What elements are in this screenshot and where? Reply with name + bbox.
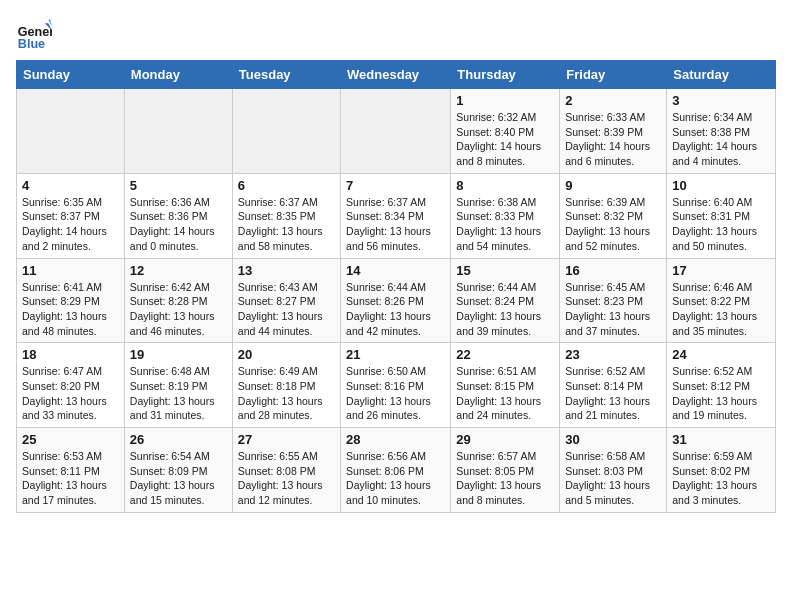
day-info: Sunrise: 6:42 AMSunset: 8:28 PMDaylight:… [130,280,227,339]
day-info: Sunrise: 6:38 AMSunset: 8:33 PMDaylight:… [456,195,554,254]
calendar-cell: 19Sunrise: 6:48 AMSunset: 8:19 PMDayligh… [124,343,232,428]
day-number: 2 [565,93,661,108]
calendar-cell: 31Sunrise: 6:59 AMSunset: 8:02 PMDayligh… [667,428,776,513]
calendar-cell: 26Sunrise: 6:54 AMSunset: 8:09 PMDayligh… [124,428,232,513]
day-number: 24 [672,347,770,362]
day-info: Sunrise: 6:36 AMSunset: 8:36 PMDaylight:… [130,195,227,254]
calendar-cell: 22Sunrise: 6:51 AMSunset: 8:15 PMDayligh… [451,343,560,428]
day-number: 7 [346,178,445,193]
day-number: 23 [565,347,661,362]
day-info: Sunrise: 6:57 AMSunset: 8:05 PMDaylight:… [456,449,554,508]
calendar-cell: 2Sunrise: 6:33 AMSunset: 8:39 PMDaylight… [560,89,667,174]
day-info: Sunrise: 6:44 AMSunset: 8:26 PMDaylight:… [346,280,445,339]
page-header: General Blue [16,16,776,52]
day-info: Sunrise: 6:45 AMSunset: 8:23 PMDaylight:… [565,280,661,339]
calendar-cell: 20Sunrise: 6:49 AMSunset: 8:18 PMDayligh… [232,343,340,428]
dow-header: Thursday [451,61,560,89]
day-number: 29 [456,432,554,447]
day-number: 9 [565,178,661,193]
calendar-cell: 15Sunrise: 6:44 AMSunset: 8:24 PMDayligh… [451,258,560,343]
calendar-cell: 9Sunrise: 6:39 AMSunset: 8:32 PMDaylight… [560,173,667,258]
calendar-cell: 10Sunrise: 6:40 AMSunset: 8:31 PMDayligh… [667,173,776,258]
dow-header: Monday [124,61,232,89]
dow-header: Wednesday [341,61,451,89]
calendar-week-row: 1Sunrise: 6:32 AMSunset: 8:40 PMDaylight… [17,89,776,174]
day-of-week-row: SundayMondayTuesdayWednesdayThursdayFrid… [17,61,776,89]
calendar-cell: 6Sunrise: 6:37 AMSunset: 8:35 PMDaylight… [232,173,340,258]
calendar-cell: 21Sunrise: 6:50 AMSunset: 8:16 PMDayligh… [341,343,451,428]
day-info: Sunrise: 6:34 AMSunset: 8:38 PMDaylight:… [672,110,770,169]
day-number: 3 [672,93,770,108]
day-info: Sunrise: 6:48 AMSunset: 8:19 PMDaylight:… [130,364,227,423]
day-info: Sunrise: 6:43 AMSunset: 8:27 PMDaylight:… [238,280,335,339]
calendar-table: SundayMondayTuesdayWednesdayThursdayFrid… [16,60,776,513]
day-number: 5 [130,178,227,193]
day-info: Sunrise: 6:37 AMSunset: 8:34 PMDaylight:… [346,195,445,254]
day-info: Sunrise: 6:46 AMSunset: 8:22 PMDaylight:… [672,280,770,339]
day-number: 1 [456,93,554,108]
calendar-cell: 28Sunrise: 6:56 AMSunset: 8:06 PMDayligh… [341,428,451,513]
day-number: 25 [22,432,119,447]
day-info: Sunrise: 6:40 AMSunset: 8:31 PMDaylight:… [672,195,770,254]
day-info: Sunrise: 6:59 AMSunset: 8:02 PMDaylight:… [672,449,770,508]
day-number: 20 [238,347,335,362]
day-number: 14 [346,263,445,278]
day-number: 8 [456,178,554,193]
calendar-cell [124,89,232,174]
day-info: Sunrise: 6:37 AMSunset: 8:35 PMDaylight:… [238,195,335,254]
day-info: Sunrise: 6:39 AMSunset: 8:32 PMDaylight:… [565,195,661,254]
calendar-cell: 18Sunrise: 6:47 AMSunset: 8:20 PMDayligh… [17,343,125,428]
day-info: Sunrise: 6:44 AMSunset: 8:24 PMDaylight:… [456,280,554,339]
calendar-cell: 14Sunrise: 6:44 AMSunset: 8:26 PMDayligh… [341,258,451,343]
day-info: Sunrise: 6:50 AMSunset: 8:16 PMDaylight:… [346,364,445,423]
calendar-cell: 1Sunrise: 6:32 AMSunset: 8:40 PMDaylight… [451,89,560,174]
day-info: Sunrise: 6:49 AMSunset: 8:18 PMDaylight:… [238,364,335,423]
day-info: Sunrise: 6:58 AMSunset: 8:03 PMDaylight:… [565,449,661,508]
calendar-cell: 17Sunrise: 6:46 AMSunset: 8:22 PMDayligh… [667,258,776,343]
day-info: Sunrise: 6:32 AMSunset: 8:40 PMDaylight:… [456,110,554,169]
calendar-cell: 3Sunrise: 6:34 AMSunset: 8:38 PMDaylight… [667,89,776,174]
day-number: 12 [130,263,227,278]
day-number: 13 [238,263,335,278]
day-number: 26 [130,432,227,447]
day-info: Sunrise: 6:56 AMSunset: 8:06 PMDaylight:… [346,449,445,508]
calendar-cell: 5Sunrise: 6:36 AMSunset: 8:36 PMDaylight… [124,173,232,258]
calendar-cell: 30Sunrise: 6:58 AMSunset: 8:03 PMDayligh… [560,428,667,513]
day-number: 18 [22,347,119,362]
day-number: 17 [672,263,770,278]
day-number: 11 [22,263,119,278]
calendar-cell: 25Sunrise: 6:53 AMSunset: 8:11 PMDayligh… [17,428,125,513]
day-info: Sunrise: 6:53 AMSunset: 8:11 PMDaylight:… [22,449,119,508]
calendar-cell: 23Sunrise: 6:52 AMSunset: 8:14 PMDayligh… [560,343,667,428]
calendar-cell: 8Sunrise: 6:38 AMSunset: 8:33 PMDaylight… [451,173,560,258]
day-info: Sunrise: 6:47 AMSunset: 8:20 PMDaylight:… [22,364,119,423]
day-number: 6 [238,178,335,193]
logo: General Blue [16,16,58,52]
day-number: 31 [672,432,770,447]
day-number: 28 [346,432,445,447]
day-number: 19 [130,347,227,362]
calendar-body: 1Sunrise: 6:32 AMSunset: 8:40 PMDaylight… [17,89,776,513]
day-number: 30 [565,432,661,447]
calendar-week-row: 25Sunrise: 6:53 AMSunset: 8:11 PMDayligh… [17,428,776,513]
day-number: 21 [346,347,445,362]
calendar-cell: 24Sunrise: 6:52 AMSunset: 8:12 PMDayligh… [667,343,776,428]
day-info: Sunrise: 6:52 AMSunset: 8:12 PMDaylight:… [672,364,770,423]
calendar-cell: 7Sunrise: 6:37 AMSunset: 8:34 PMDaylight… [341,173,451,258]
day-info: Sunrise: 6:54 AMSunset: 8:09 PMDaylight:… [130,449,227,508]
calendar-week-row: 18Sunrise: 6:47 AMSunset: 8:20 PMDayligh… [17,343,776,428]
day-info: Sunrise: 6:51 AMSunset: 8:15 PMDaylight:… [456,364,554,423]
dow-header: Friday [560,61,667,89]
day-number: 22 [456,347,554,362]
day-number: 4 [22,178,119,193]
day-info: Sunrise: 6:52 AMSunset: 8:14 PMDaylight:… [565,364,661,423]
calendar-cell: 11Sunrise: 6:41 AMSunset: 8:29 PMDayligh… [17,258,125,343]
calendar-cell [17,89,125,174]
calendar-cell: 13Sunrise: 6:43 AMSunset: 8:27 PMDayligh… [232,258,340,343]
day-info: Sunrise: 6:33 AMSunset: 8:39 PMDaylight:… [565,110,661,169]
dow-header: Tuesday [232,61,340,89]
calendar-week-row: 4Sunrise: 6:35 AMSunset: 8:37 PMDaylight… [17,173,776,258]
calendar-cell [232,89,340,174]
dow-header: Sunday [17,61,125,89]
day-number: 16 [565,263,661,278]
